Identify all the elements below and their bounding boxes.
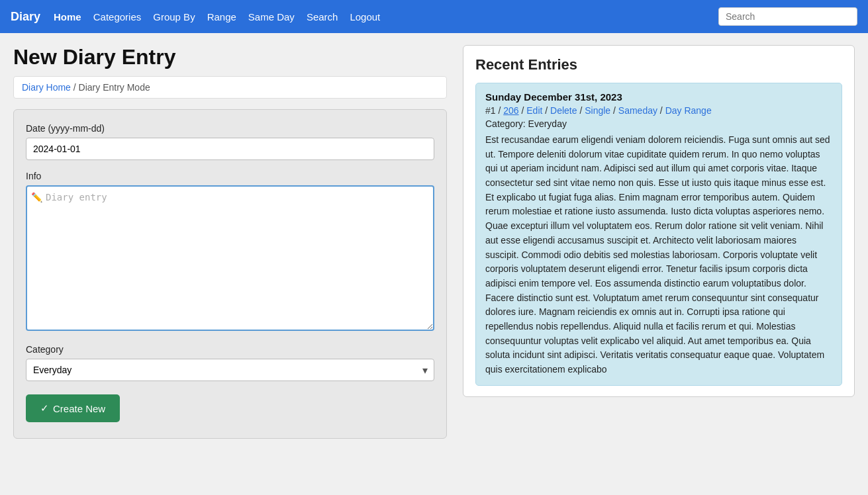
- page-wrapper: New Diary Entry Diary Home / Diary Entry…: [0, 33, 868, 451]
- breadcrumb: Diary Home / Diary Entry Mode: [13, 76, 447, 99]
- nav-link-groupby[interactable]: Group By: [153, 11, 195, 22]
- entry-link-edit[interactable]: Edit: [526, 105, 542, 116]
- breadcrumb-current: Diary Entry Mode: [79, 82, 150, 93]
- recent-entries-panel[interactable]: Recent Entries Sunday December 31st, 202…: [463, 45, 855, 397]
- info-label: Info: [26, 171, 434, 181]
- entry-link-dayrange[interactable]: Day Range: [665, 105, 712, 116]
- date-input[interactable]: [26, 138, 434, 160]
- entry-body: Est recusandae earum eligendi veniam dol…: [485, 133, 832, 377]
- info-textarea[interactable]: [26, 185, 434, 331]
- recent-entries-inner: Recent Entries Sunday December 31st, 202…: [463, 46, 854, 396]
- category-select-wrapper: Everyday Work Personal Travel Health ▾: [26, 359, 434, 381]
- entry-links-separator-5: /: [613, 105, 618, 116]
- nav-link-home[interactable]: Home: [54, 11, 81, 22]
- navbar: Diary Home Categories Group By Range Sam…: [0, 0, 868, 33]
- category-label: Category: [26, 344, 434, 355]
- nav-link-categories[interactable]: Categories: [93, 11, 142, 22]
- entry-links-separator-6: /: [660, 105, 665, 116]
- page-title: New Diary Entry: [13, 45, 447, 69]
- breadcrumb-home-link[interactable]: Diary Home: [22, 82, 71, 93]
- entry-card: Sunday December 31st, 2023 #1 / 206 / Ed…: [475, 83, 842, 386]
- create-new-label: Create New: [53, 403, 105, 414]
- category-select[interactable]: Everyday Work Personal Travel Health: [26, 359, 434, 381]
- entry-link-number[interactable]: 206: [503, 105, 518, 116]
- entry-link-single[interactable]: Single: [585, 105, 610, 116]
- nav-link-search[interactable]: Search: [307, 11, 338, 22]
- info-textarea-wrapper: ✏️: [26, 185, 434, 344]
- date-label: Date (yyyy-mm-dd): [26, 123, 434, 134]
- entry-link-delete[interactable]: Delete: [550, 105, 577, 116]
- nav-brand: Diary: [11, 10, 40, 24]
- nav-link-sameday[interactable]: Same Day: [248, 11, 295, 22]
- checkmark-icon: ✓: [40, 402, 49, 414]
- entry-link-sameday[interactable]: Sameday: [618, 105, 657, 116]
- entry-links-separator-3: /: [545, 105, 550, 116]
- entry-number: #1: [485, 105, 496, 116]
- entry-form-card: Date (yyyy-mm-dd) Info ✏️ Category Every…: [13, 109, 447, 439]
- recent-title: Recent Entries: [475, 56, 842, 73]
- create-new-button[interactable]: ✓ Create New: [26, 394, 120, 422]
- entry-links: #1 / 206 / Edit / Delete / Single / Same…: [485, 105, 832, 116]
- nav-link-range[interactable]: Range: [207, 11, 236, 22]
- nav-link-logout[interactable]: Logout: [350, 11, 380, 22]
- left-panel: New Diary Entry Diary Home / Diary Entry…: [13, 45, 447, 439]
- entry-category: Category: Everyday: [485, 118, 832, 129]
- search-input[interactable]: [718, 7, 857, 26]
- breadcrumb-separator: /: [73, 82, 79, 93]
- entry-date: Sunday December 31st, 2023: [485, 91, 832, 103]
